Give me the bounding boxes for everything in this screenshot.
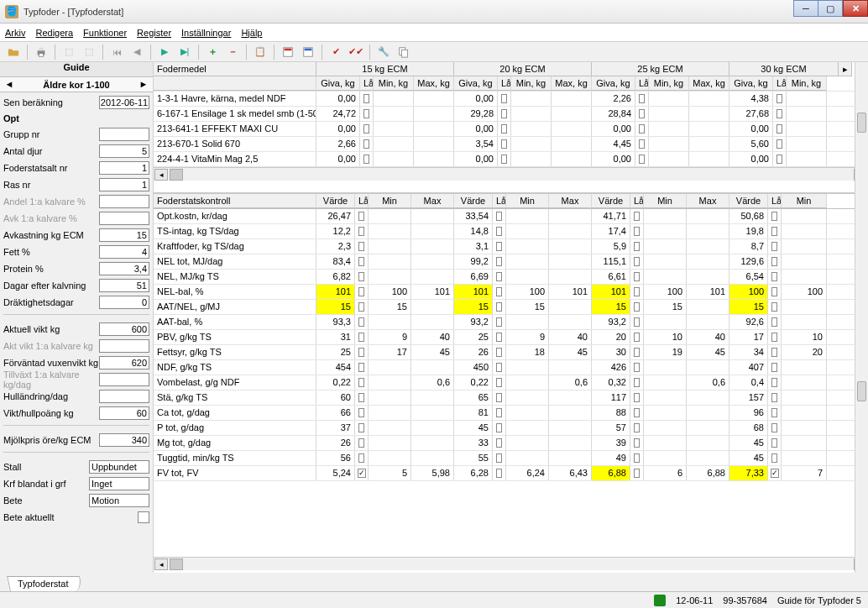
ctrl-value[interactable]: 37	[316, 421, 355, 435]
ctrl-lock-checkbox[interactable]	[355, 375, 369, 390]
ctrl-row[interactable]: TS-intag, kg TS/dag12,214,817,419,8	[154, 224, 868, 239]
scroll-left-icon[interactable]: ◂	[154, 169, 168, 181]
ctrl-value[interactable]	[687, 390, 729, 405]
feed-row[interactable]: 213-670-1 Solid 6702,663,544,455,60	[154, 137, 868, 152]
ctrl-value[interactable]: 14,8	[454, 224, 493, 238]
ctrl-value[interactable]: 45	[454, 421, 493, 435]
ctrl-value[interactable]: 8,7	[729, 239, 768, 254]
ctrl-value[interactable]: 0,6	[411, 375, 454, 390]
ctrl-value[interactable]: 10	[644, 330, 687, 344]
open-icon[interactable]	[5, 44, 22, 60]
feed-value[interactable]: 0,00	[454, 92, 498, 106]
ctrl-row[interactable]: PBV, g/kg TS31940259402010401710	[154, 330, 868, 345]
window-minimize-button[interactable]: ─	[793, 0, 818, 17]
ctrl-value[interactable]	[687, 315, 729, 329]
ctrl-lock-checkbox[interactable]	[768, 300, 782, 314]
ctrl-value[interactable]	[782, 421, 827, 435]
ctrl-value[interactable]	[687, 421, 729, 435]
feed-value[interactable]: 24,72	[316, 107, 360, 121]
ctrl-value[interactable]	[369, 451, 411, 465]
menu-installningar[interactable]: Inställningar	[181, 28, 231, 38]
ctrl-lock-checkbox[interactable]	[355, 239, 369, 254]
ctrl-value[interactable]: 60	[316, 390, 355, 405]
ctrl-lock-checkbox[interactable]	[630, 390, 644, 405]
ctrl-value[interactable]: 454	[316, 360, 355, 375]
ctrl-value[interactable]	[644, 239, 687, 254]
ctrl-value[interactable]	[644, 375, 687, 390]
menu-hjalp[interactable]: Hjälp	[241, 28, 262, 38]
ctrl-lock-checkbox[interactable]	[768, 451, 782, 465]
ctrl-value[interactable]	[411, 360, 454, 375]
scroll-thumb[interactable]	[857, 113, 866, 133]
ctrl-hscroll[interactable]: ◂ ▸	[154, 557, 868, 570]
ctrl-lock-checkbox[interactable]	[630, 285, 644, 299]
ctrl-lock-checkbox[interactable]	[768, 375, 782, 390]
ctrl-value[interactable]	[549, 315, 592, 329]
ctrl-lock-checkbox[interactable]	[493, 345, 506, 359]
scroll-thumb[interactable]	[170, 558, 183, 570]
feed-row[interactable]: 6-167-1 Ensilage 1 sk medel smb (1-5024,…	[154, 107, 868, 122]
ctrl-lock-checkbox[interactable]	[493, 285, 506, 299]
ctrl-value[interactable]	[687, 451, 729, 465]
ctrl-value[interactable]: 10	[782, 330, 827, 344]
ctrl-value[interactable]	[506, 375, 549, 390]
ctrl-value[interactable]: 100	[506, 285, 549, 299]
ctrl-lock-checkbox[interactable]	[493, 390, 506, 405]
ctrl-value[interactable]	[644, 360, 687, 375]
menu-arkiv[interactable]: Arkiv	[5, 28, 25, 38]
ctrl-lock-checkbox[interactable]	[630, 345, 644, 359]
ctrl-value[interactable]	[369, 270, 411, 284]
ctrl-lock-checkbox[interactable]	[355, 406, 369, 420]
ctrl-value[interactable]	[369, 421, 411, 435]
ctrl-value[interactable]	[549, 270, 592, 284]
ctrl-value[interactable]	[506, 451, 549, 465]
ctrl-value[interactable]: 17,4	[592, 224, 630, 238]
ctrl-value[interactable]: 100	[782, 285, 827, 299]
ctrl-row[interactable]: Tuggtid, min/kg TS56554945	[154, 451, 868, 466]
ctrl-value[interactable]	[687, 436, 729, 450]
guide-field-input[interactable]	[99, 128, 149, 141]
ctrl-lock-checkbox[interactable]	[630, 330, 644, 344]
ctrl-lock-checkbox[interactable]	[355, 209, 369, 223]
guide-field-input[interactable]	[99, 373, 149, 386]
ctrl-value[interactable]	[644, 254, 687, 269]
ctrl-value[interactable]: 0,6	[549, 375, 592, 390]
ctrl-value[interactable]: 5,24	[316, 466, 355, 480]
ctrl-value[interactable]	[369, 436, 411, 450]
feed-lock-checkbox[interactable]	[773, 152, 787, 166]
ctrl-value[interactable]: 6,54	[729, 270, 768, 284]
scroll-thumb[interactable]	[170, 169, 183, 181]
ctrl-value[interactable]: 31	[316, 330, 355, 344]
ctrl-value[interactable]	[411, 224, 454, 238]
ctrl-value[interactable]	[782, 224, 827, 238]
ctrl-value[interactable]: 5,98	[411, 466, 454, 480]
ctrl-value[interactable]: 45	[549, 345, 592, 359]
ctrl-lock-checkbox[interactable]	[768, 285, 782, 299]
ctrl-value[interactable]	[782, 254, 827, 269]
ctrl-lock-checkbox[interactable]	[630, 254, 644, 269]
ctrl-value[interactable]: 99,2	[454, 254, 493, 269]
ctrl-value[interactable]: 117	[592, 390, 630, 405]
feed-lock-checkbox[interactable]	[498, 122, 511, 136]
ctrl-value[interactable]: 6	[644, 466, 687, 480]
ctrl-value[interactable]	[549, 421, 592, 435]
ctrl-lock-checkbox[interactable]	[630, 300, 644, 314]
guide-field-input[interactable]	[99, 144, 149, 158]
feed-lock-checkbox[interactable]	[360, 152, 374, 166]
ctrl-value[interactable]	[369, 224, 411, 238]
ctrl-value[interactable]: 6,28	[454, 466, 493, 480]
ctrl-value[interactable]	[549, 360, 592, 375]
ctrl-value[interactable]: 3,1	[454, 239, 493, 254]
ctrl-value[interactable]: 101	[549, 285, 592, 299]
ctrl-lock-checkbox[interactable]	[630, 270, 644, 284]
ctrl-value[interactable]: 55	[454, 451, 493, 465]
ctrl-lock-checkbox[interactable]	[493, 254, 506, 269]
ctrl-value[interactable]: 19	[644, 345, 687, 359]
ctrl-value[interactable]	[506, 360, 549, 375]
ctrl-value[interactable]	[506, 254, 549, 269]
feed-value[interactable]: 0,00	[454, 122, 498, 136]
ctrl-lock-checkbox[interactable]	[768, 345, 782, 359]
feed-lock-checkbox[interactable]	[498, 92, 511, 106]
guide-field-input[interactable]	[99, 195, 149, 208]
ctrl-value[interactable]	[506, 239, 549, 254]
